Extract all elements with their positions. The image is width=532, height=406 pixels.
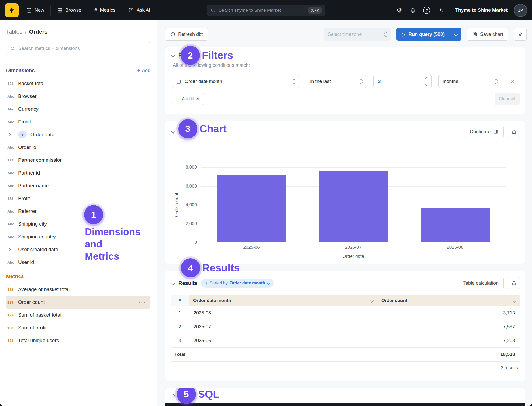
sparkles-icon — [438, 7, 444, 13]
sql-editor[interactable] — [165, 403, 525, 406]
filter-field-select[interactable]: Order date month — [172, 75, 299, 88]
bar-2025-06[interactable] — [217, 175, 286, 242]
row-number-header: # — [171, 295, 189, 306]
settings-button[interactable]: ⚙ — [392, 4, 406, 17]
table-row[interactable]: 3 2025-06 7,208 — [171, 334, 520, 348]
table-calculation-button[interactable]: + Table calculation — [453, 277, 504, 289]
plus-icon: + — [137, 68, 140, 73]
breadcrumb-tables[interactable]: Tables — [6, 28, 22, 35]
fields-search-input[interactable] — [18, 45, 146, 52]
filter-rule-row: Order date month in the last 3 months — [172, 75, 517, 88]
remove-filter-button[interactable]: × — [508, 77, 517, 86]
export-chart-button[interactable] — [508, 126, 520, 138]
app-logo[interactable] — [5, 3, 19, 17]
run-query-dropdown-button[interactable] — [450, 28, 461, 41]
ai-sparkles-button[interactable] — [434, 4, 447, 17]
chevron-right-icon[interactable] — [7, 133, 18, 136]
browse-button[interactable]: Browse — [52, 4, 87, 17]
user-avatar[interactable]: JP — [514, 4, 527, 17]
sidebar-item-average-of-basket-total[interactable]: 123 Average of basket total — [6, 283, 150, 296]
chevron-down-icon[interactable] — [513, 299, 516, 303]
metrics-label: Metrics — [100, 7, 115, 13]
sidebar-item-total-unique-users[interactable]: 123 Total unique users — [6, 334, 150, 347]
sort-pill[interactable]: ↓ Sorted by Order date month — [201, 279, 274, 288]
y-tick-label: 8,000 — [185, 165, 197, 170]
metrics-title: Metrics — [6, 274, 24, 279]
sidebar-item-partner-commission[interactable]: 123 Partner commission — [6, 154, 150, 167]
notifications-button[interactable] — [406, 4, 420, 17]
sidebar-item-partner-name[interactable]: Abc Partner name — [6, 179, 150, 192]
timezone-select[interactable]: Select timezone — [324, 28, 391, 41]
run-query-button[interactable]: ▷ Run query (500) — [396, 28, 461, 41]
filter-unit-select[interactable]: months — [438, 75, 501, 88]
metrics-button[interactable]: # Metrics — [89, 4, 121, 17]
table-row[interactable]: 1 2025-08 3,713 — [171, 306, 520, 320]
workspace-name[interactable]: Thyme to Shine Market — [450, 7, 513, 13]
share-icon — [511, 280, 517, 286]
chevron-down-icon[interactable] — [172, 53, 175, 58]
item-menu-button[interactable]: ··· — [138, 299, 149, 306]
sidebar-item-basket-total[interactable]: 123 Basket total — [6, 77, 150, 90]
metrics-header: Metrics — [6, 274, 150, 279]
month-cell[interactable]: 2025-08 — [189, 306, 377, 320]
sidebar-item-order-id[interactable]: Abc Order id — [6, 141, 150, 154]
results-count: 3 results — [172, 365, 518, 371]
sidebar-item-referrer[interactable]: Abc Referrer — [6, 205, 150, 218]
table-row[interactable]: 2 2025-07 7,597 — [171, 320, 520, 334]
refresh-dbt-button[interactable]: Refresh dbt — [165, 28, 208, 41]
global-search-input[interactable] — [218, 7, 306, 13]
text-type-icon: Abc — [7, 260, 18, 264]
filter-value-input[interactable]: 3 — [373, 75, 432, 88]
results-card-title: Results — [178, 280, 197, 286]
help-button[interactable]: ? — [420, 4, 434, 17]
sidebar-item-user-id[interactable]: Abc User id — [6, 256, 150, 269]
fields-search[interactable] — [6, 42, 150, 55]
configure-button[interactable]: Configure — [465, 126, 504, 138]
sidebar-item-sum-of-basket-total[interactable]: 123 Sum of basket total — [6, 309, 150, 321]
stepper-down-icon[interactable] — [422, 81, 431, 88]
sidebar-item-sum-of-profit[interactable]: 123 Sum of profit — [6, 321, 150, 334]
navbar-divider — [20, 5, 20, 16]
export-results-button[interactable] — [508, 277, 520, 289]
global-search[interactable]: ⌘+K — [207, 5, 325, 16]
add-filter-button[interactable]: + Add filter — [172, 93, 204, 105]
bar-2025-07[interactable] — [319, 171, 388, 242]
chevron-right-icon[interactable] — [7, 248, 18, 251]
count-cell[interactable]: 7,208 — [377, 334, 520, 348]
plus-icon: + — [458, 280, 461, 286]
sidebar-item-email[interactable]: Abc Email — [6, 115, 150, 128]
stepper-up-icon[interactable] — [422, 75, 431, 81]
share-link-button[interactable] — [514, 28, 527, 41]
save-chart-button[interactable]: Save chart — [467, 28, 508, 41]
dimensions-header: Dimensions + Add — [6, 68, 150, 73]
x-tick-label: 2025-08 — [404, 245, 506, 250]
bar-2025-08[interactable] — [421, 208, 490, 242]
sidebar-item-currency[interactable]: Abc Currency — [6, 103, 150, 115]
month-cell[interactable]: 2025-07 — [189, 320, 377, 334]
new-button[interactable]: New — [21, 4, 49, 17]
number-stepper[interactable] — [422, 75, 431, 88]
sidebar-item-profit[interactable]: 123 Profit — [6, 192, 150, 205]
month-cell[interactable]: 2025-06 — [189, 334, 377, 348]
sidebar-item-order-date[interactable]: 1 Order date — [6, 128, 150, 141]
chevron-down-icon[interactable] — [172, 129, 175, 134]
sidebar-item-user-created-date[interactable]: User created date — [6, 243, 150, 256]
sidebar-item-partner-id[interactable]: Abc Partner id — [6, 167, 150, 179]
add-dimension-button[interactable]: + Add — [137, 68, 150, 73]
sidebar-item-shipping-country[interactable]: Abc Shipping country — [6, 230, 150, 243]
sidebar-item-order-count[interactable]: 123 Order count ··· — [6, 296, 150, 309]
chevron-down-icon[interactable] — [370, 299, 374, 303]
column-header-order-date-month[interactable]: Order date month — [189, 295, 377, 306]
sidebar-item-browser[interactable]: Abc Browser — [6, 90, 150, 103]
sidebar-item-shipping-city[interactable]: Abc Shipping city — [6, 218, 150, 230]
filter-operator-select[interactable]: in the last — [306, 75, 366, 88]
count-cell[interactable]: 3,713 — [377, 306, 520, 320]
x-tick-label: 2025-06 — [201, 245, 302, 250]
chevron-down-icon[interactable] — [172, 281, 175, 285]
column-header-order-count[interactable]: Order count — [377, 295, 520, 306]
clear-all-button[interactable]: Clear all — [495, 93, 520, 105]
number-type-icon: 123 — [7, 82, 18, 86]
count-cell[interactable]: 7,597 — [377, 320, 520, 334]
chevron-right-icon[interactable] — [172, 393, 175, 398]
ask-ai-button[interactable]: Ask AI — [123, 4, 155, 17]
